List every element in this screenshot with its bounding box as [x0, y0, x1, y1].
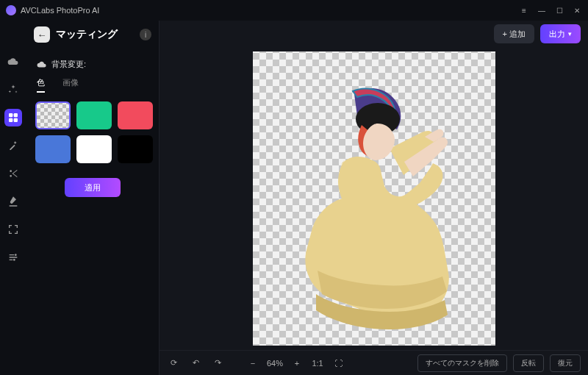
- tool-expand[interactable]: [4, 221, 22, 238]
- output-button[interactable]: 出力▾: [540, 24, 581, 43]
- swatch-red[interactable]: [118, 101, 153, 129]
- svg-rect-1: [14, 113, 18, 117]
- swatch-grid: [35, 101, 151, 163]
- tool-paint[interactable]: [4, 193, 22, 210]
- sidebar-title: マッティング: [56, 28, 134, 41]
- svg-point-5: [13, 259, 15, 261]
- tab-color[interactable]: 色: [37, 77, 45, 93]
- app-logo: [6, 5, 16, 15]
- zoom-out-button[interactable]: −: [246, 359, 259, 368]
- subject-cutout: [295, 87, 465, 340]
- app-title: AVCLabs PhotoPro AI: [21, 6, 99, 15]
- swatch-transparent[interactable]: [35, 101, 71, 129]
- ratio-button[interactable]: 1:1: [311, 359, 324, 368]
- undo-icon[interactable]: ↶: [189, 358, 202, 368]
- chevron-down-icon: ▾: [568, 30, 572, 38]
- redo-icon[interactable]: ↷: [211, 358, 224, 368]
- swatch-black[interactable]: [118, 135, 153, 163]
- zoom-in-button[interactable]: +: [290, 359, 304, 368]
- tool-matting[interactable]: [4, 109, 22, 126]
- sidebar: ← マッティング i 背景変更: 色 画像 適用: [26, 21, 159, 375]
- tool-sparkles[interactable]: [4, 81, 22, 99]
- apply-button[interactable]: 適用: [65, 178, 121, 197]
- tool-scissors[interactable]: [4, 165, 22, 182]
- menu-icon[interactable]: ≡: [519, 5, 529, 15]
- swatch-white[interactable]: [76, 135, 112, 163]
- back-button[interactable]: ←: [34, 26, 50, 43]
- close-button[interactable]: ✕: [572, 5, 582, 15]
- minimize-button[interactable]: —: [537, 5, 547, 15]
- tool-adjust[interactable]: [4, 249, 22, 266]
- footer-bar: ⟳ ↶ ↷ − 64% + 1:1 ⛶ すべてのマスクを削除 反転 復元: [159, 350, 588, 375]
- info-icon[interactable]: i: [140, 29, 151, 40]
- fit-screen-icon[interactable]: ⛶: [331, 359, 345, 368]
- canvas[interactable]: [253, 51, 495, 346]
- swatch-blue[interactable]: [35, 135, 71, 163]
- swatch-green[interactable]: [76, 101, 112, 129]
- maximize-button[interactable]: ☐: [554, 5, 564, 15]
- svg-rect-0: [9, 113, 12, 117]
- tab-image[interactable]: 画像: [62, 77, 79, 93]
- refresh-icon[interactable]: ⟳: [167, 358, 180, 368]
- svg-rect-2: [9, 118, 12, 122]
- invert-button[interactable]: 反転: [513, 354, 544, 372]
- tool-rail: [0, 21, 26, 375]
- svg-rect-3: [14, 118, 18, 122]
- svg-point-4: [15, 254, 17, 256]
- restore-button[interactable]: 復元: [550, 354, 581, 372]
- add-button[interactable]: + 追加: [494, 24, 534, 43]
- tool-magic-wand[interactable]: [4, 137, 22, 154]
- canvas-area[interactable]: [159, 47, 588, 350]
- main-panel: + 追加 出力▾: [159, 21, 588, 375]
- tool-cloud[interactable]: [4, 53, 22, 71]
- delete-all-masks-button[interactable]: すべてのマスクを削除: [417, 354, 507, 372]
- bg-change-label: 背景変更:: [37, 59, 151, 70]
- zoom-level: 64%: [267, 359, 283, 368]
